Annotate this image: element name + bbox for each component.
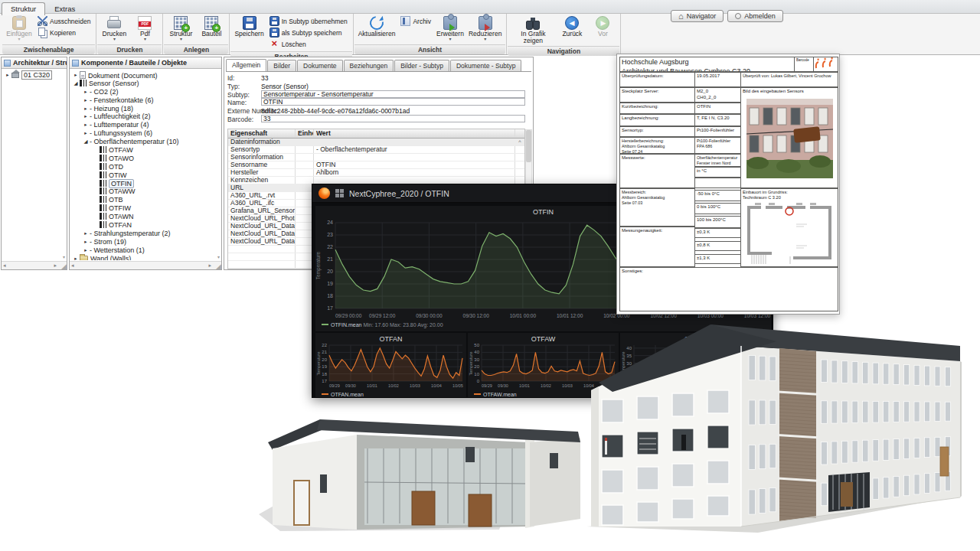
tree-item-oberfl-chentemperatur-10[interactable]: ◢- Oberflächentemperatur (10): [70, 138, 221, 146]
expander-collapsed-icon[interactable]: ▸: [82, 121, 90, 129]
expander-collapsed-icon[interactable]: ▸: [82, 230, 90, 238]
resize-grip-icon[interactable]: ◢: [216, 262, 221, 270]
grafana-panel-otfan: OTFAN17181920212209/2909/3010/0110/0210/…: [315, 333, 466, 397]
grafana-panel-otfiw: OTFIW202530354009/2909/3010/0110/0210/03…: [620, 333, 771, 397]
tree-item-sensor-sensor[interactable]: ◢Sensor (Sensor): [70, 80, 221, 88]
tree-item-fensterkontakte-6[interactable]: ▸- Fensterkontakte (6): [70, 96, 221, 105]
legend-item-otfiw-mean[interactable]: OTFIW.mean: [626, 392, 668, 397]
legend-item-otfaw-mean[interactable]: OTFAW.mean: [474, 392, 517, 397]
tree-item-wand-walls[interactable]: ▸Wand (Walls): [70, 255, 221, 260]
scroll-down-icon[interactable]: ▾: [217, 254, 220, 259]
horizontal-scrollbar[interactable]: ◂ ▸ ◢: [2, 261, 67, 269]
expander-collapsed-icon[interactable]: ▸: [82, 238, 90, 246]
dashboard-grid-icon[interactable]: [335, 189, 344, 197]
scroll-down-icon[interactable]: ▾: [63, 254, 65, 259]
tree-item-otawn[interactable]: OTAWN: [70, 213, 221, 221]
expander-expanded-icon[interactable]: ◢: [82, 138, 90, 146]
tab-bilder[interactable]: Bilder: [267, 60, 296, 71]
tree-item-dokument-document[interactable]: ▸Dokument (Document): [70, 71, 221, 80]
tree-item-otb[interactable]: OTB: [70, 196, 221, 204]
tree-item-otawo[interactable]: OTAWO: [70, 155, 221, 163]
tree-item-lufttemperatur-4[interactable]: ▸- Lufttemperatur (4): [70, 121, 221, 129]
column-header-einheit[interactable]: Einheit: [296, 129, 314, 138]
ribbon-button-drucken[interactable]: Drucken▾: [99, 15, 129, 42]
scroll-left-icon[interactable]: ◂: [71, 262, 74, 269]
column-header-wert[interactable]: Wert: [314, 129, 515, 138]
tree-item-otfiw[interactable]: OTFIW: [70, 204, 221, 213]
tree-item-otd[interactable]: OTD: [70, 163, 221, 171]
property-group-dateninformation[interactable]: Dateninformation^: [228, 139, 524, 146]
scroll-right-icon[interactable]: ▸: [54, 262, 57, 269]
tab-dokumente-subtyp[interactable]: Dokumente - Subtyp: [450, 60, 521, 71]
ribbon: StrukturExtras NavigatorAbmelden Einfüge…: [0, 0, 980, 55]
ribbon-button-in-subtyp-bernehmen[interactable]: In Subtyp übernehmen: [268, 16, 349, 26]
legend-item-otfin-mean[interactable]: OTFIN.mean Min: 17.60 Max: 23.80 Avg: 20…: [322, 322, 443, 328]
ribbon-button-als-subtyp-speichern[interactable]: als Subtyp speichern: [268, 28, 349, 37]
tab-bilder-subtyp[interactable]: Bilder - Subtyp: [394, 60, 449, 71]
expander-collapsed-icon[interactable]: ▸: [82, 96, 90, 105]
ribbon-button-struktur[interactable]: Struktur▾: [165, 15, 196, 42]
ribbon-button-speichern[interactable]: Speichern: [232, 15, 266, 38]
property-row-sensorinformation[interactable]: Sensorinformation: [228, 154, 524, 161]
expander-collapsed-icon[interactable]: ▸: [72, 255, 80, 260]
collapse-icon[interactable]: ^: [515, 139, 524, 145]
ribbon-button-erweitern[interactable]: Erweitern▾: [434, 15, 466, 42]
tree-item-otaww[interactable]: OTAWW: [70, 187, 221, 196]
expander-collapsed-icon[interactable]: ▸: [82, 112, 90, 121]
tree-item-otfaw[interactable]: OTFAW: [70, 146, 221, 155]
doc-label: Langbezeichnung:: [619, 114, 695, 126]
ribbon-button-ausschneiden[interactable]: Ausschneiden: [36, 16, 92, 26]
column-header-eigenschaft[interactable]: Eigenschaft: [228, 129, 296, 138]
tab-allgemein[interactable]: Allgemein: [226, 59, 266, 71]
svg-text:17: 17: [322, 379, 327, 383]
property-row-sensorname[interactable]: SensornameOTFIN: [228, 161, 524, 169]
ribbon-button-pdf[interactable]: Pdf▾: [129, 15, 160, 42]
ribbon-button-in-grafik-zeigen[interactable]: In Grafik zeigen: [509, 15, 557, 45]
property-row-sensortyp[interactable]: Sensortyp- Oberflächentemperatur: [228, 146, 524, 154]
ribbon-button-reduzieren[interactable]: Reduzieren▾: [466, 15, 504, 42]
tree-item-otfan[interactable]: OTFAN: [70, 221, 221, 230]
horizontal-scrollbar[interactable]: ◂ ▸ ◢: [70, 261, 221, 269]
tree-item-otfin[interactable]: OTFIN: [70, 180, 221, 188]
tree-item-strahlungstemperatur-2[interactable]: ▸- Strahlungstemperatur (2): [70, 230, 221, 238]
doc-label: Messwerte:: [619, 154, 695, 188]
tree-item-01-c320[interactable]: ▸01 C320: [2, 71, 67, 80]
tree-item-otiw[interactable]: OTIW: [70, 171, 221, 180]
expander-collapsed-icon[interactable]: ▸: [82, 105, 90, 113]
expander-collapsed-icon[interactable]: ▸: [4, 71, 11, 80]
ribbon-button-bauteil[interactable]: Bauteil: [196, 15, 227, 38]
ribbon-button-kopieren[interactable]: Kopieren: [36, 28, 92, 37]
tab-beziehungen[interactable]: Beziehungen: [344, 60, 394, 71]
archive-icon: [400, 16, 410, 26]
button-navigator[interactable]: Navigator: [671, 10, 724, 22]
expander-collapsed-icon[interactable]: ▸: [82, 88, 90, 96]
tree-item-co2-2[interactable]: ▸- CO2 (2): [70, 88, 221, 96]
resize-grip-icon[interactable]: ◢: [61, 262, 67, 270]
folder-icon: [80, 256, 88, 260]
tree-item-strom-19[interactable]: ▸- Strom (19): [70, 238, 221, 246]
button-abmelden[interactable]: Abmelden: [727, 10, 783, 22]
scroll-right-icon[interactable]: ▸: [208, 262, 211, 269]
tree-item-heizung-18[interactable]: ▸- Heizung (18): [70, 105, 221, 113]
scroll-left-icon[interactable]: ◂: [3, 262, 6, 269]
ribbon-button-l-schen[interactable]: Löschen: [268, 39, 349, 49]
tab-dokumente[interactable]: Dokumente: [297, 60, 342, 71]
tree-item-luftfeuchtigkeit-2[interactable]: ▸- Luftfeuchtigkeit (2): [70, 112, 221, 121]
property-row-hersteller[interactable]: HerstellerAhlborn: [228, 169, 524, 177]
legend-item-otfan-mean[interactable]: OTFAN.mean: [322, 392, 364, 397]
tree-item-l-ftungssystem-6[interactable]: ▸- Lüftungssystem (6): [70, 129, 221, 138]
ribbon-button-archiv[interactable]: Archiv: [399, 16, 433, 26]
ribbon-button-zur-ck[interactable]: Zurück: [557, 15, 587, 38]
field-name[interactable]: OTFIN: [261, 98, 525, 106]
field-subtyp[interactable]: Sensortemperatur - Sensortemperatur: [261, 90, 525, 98]
expander-collapsed-icon[interactable]: ▸: [72, 71, 80, 80]
tree-item-wetterstation-1[interactable]: ▸- Wetterstation (1): [70, 246, 221, 255]
doc-value: 0 bis 100°C: [694, 203, 741, 214]
dashboard-title: NextCyphree_2020 / OTFIN: [349, 189, 449, 198]
expander-expanded-icon[interactable]: ◢: [72, 80, 80, 88]
ribbon-button-aktualisieren[interactable]: Aktualisieren: [356, 15, 398, 38]
expander-collapsed-icon[interactable]: ▸: [82, 129, 90, 138]
doc-label: Herstellerbezeichnung:Ahlborn Gesamtkata…: [619, 137, 695, 154]
field-barcode[interactable]: 33: [261, 115, 525, 122]
scrollbar-thumb[interactable]: [526, 130, 531, 162]
